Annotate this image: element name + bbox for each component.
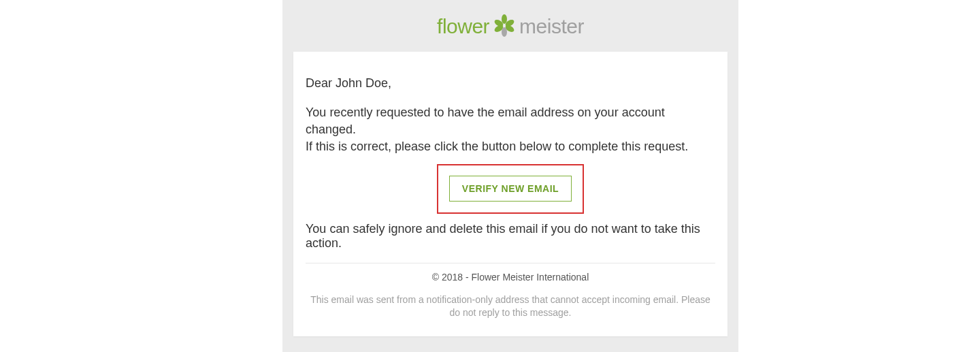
- disclaimer-text: This email was sent from a notification-…: [306, 293, 715, 320]
- message-line-2: If this is correct, please click the but…: [306, 138, 715, 155]
- logo-text-part2: meister: [519, 15, 584, 38]
- logo: flower meister: [437, 14, 584, 39]
- button-highlight-box: VERIFY NEW EMAIL: [437, 164, 584, 214]
- email-content-card: Dear John Doe, You recently requested to…: [293, 52, 728, 336]
- email-container: flower meister Dear John: [282, 0, 738, 352]
- svg-point-0: [502, 14, 507, 24]
- message-line-1: You recently requested to have the email…: [306, 104, 715, 138]
- svg-point-5: [502, 27, 507, 37]
- button-wrapper: VERIFY NEW EMAIL: [306, 156, 715, 222]
- verify-email-button[interactable]: VERIFY NEW EMAIL: [449, 176, 572, 202]
- ignore-message: You can safely ignore and delete this em…: [306, 222, 715, 251]
- flower-icon: [492, 14, 517, 39]
- logo-text-part1: flower: [437, 15, 489, 38]
- divider: [306, 263, 715, 263]
- email-header: flower meister: [282, 0, 738, 52]
- greeting-text: Dear John Doe,: [306, 76, 715, 91]
- copyright-text: © 2018 - Flower Meister International: [306, 272, 715, 283]
